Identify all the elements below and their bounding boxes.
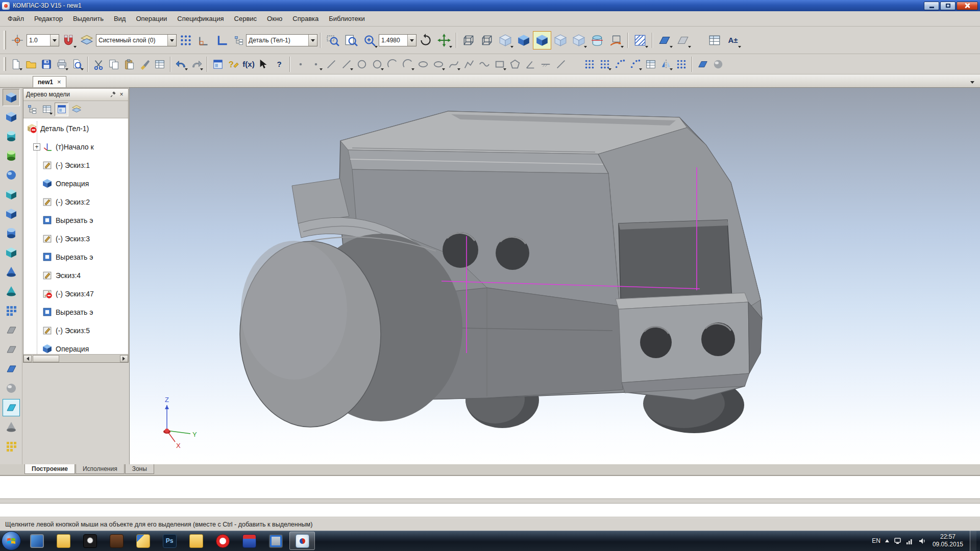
tool-array[interactable] [3, 302, 20, 319]
menu-help[interactable]: Справка [288, 13, 323, 24]
tool-points-array[interactable] [582, 57, 597, 72]
menu-libraries[interactable]: Библиотеки [324, 13, 369, 24]
tree-structure-button[interactable] [25, 103, 39, 116]
tree-item-cut2[interactable]: + Вырезать э [23, 248, 128, 266]
tool-extrude[interactable] [3, 108, 20, 126]
taskbar-app-archive[interactable] [104, 532, 129, 550]
tool-cone[interactable] [3, 418, 20, 436]
menu-select[interactable]: Выделить [68, 13, 108, 24]
tool-point-variants[interactable] [308, 57, 324, 72]
tree-compact-button[interactable] [232, 33, 246, 47]
maximize-button[interactable] [940, 2, 955, 10]
dimension-style-button[interactable]: A± [724, 31, 742, 49]
zoom-all-button[interactable] [342, 31, 360, 49]
chevron-down-icon[interactable] [167, 35, 176, 46]
tool-hole[interactable] [3, 224, 20, 242]
zoom-window-button[interactable] [324, 31, 342, 49]
tree-item-sketch5[interactable]: + (-) Эскиз:5 [23, 321, 128, 340]
tool-cut-extrude[interactable] [3, 186, 20, 203]
tool-points-on-curve[interactable] [612, 57, 628, 72]
tool-wave-curve[interactable] [477, 57, 492, 72]
tray-volume-icon[interactable] [918, 537, 926, 545]
tree-item-operation2[interactable]: + Операция [23, 340, 128, 354]
menu-operations[interactable]: Операции [131, 13, 172, 24]
tree-item-sketch47[interactable]: + (-) Эскиз:47 [23, 285, 128, 303]
context-help-button[interactable] [256, 57, 272, 72]
tool-point[interactable] [293, 57, 308, 72]
tree-horizontal-scrollbar[interactable] [23, 354, 128, 362]
snap-settings-button[interactable] [8, 31, 27, 49]
tree-item-sketch2[interactable]: + (-) Эскиз:2 [23, 193, 128, 211]
tray-network-icon[interactable] [906, 537, 914, 545]
cut-button[interactable] [91, 57, 106, 72]
taskbar-app-browser[interactable] [210, 532, 235, 550]
taskbar-app-media-player[interactable] [24, 532, 50, 550]
tool-collections[interactable] [674, 57, 689, 72]
tool-axis[interactable] [3, 321, 20, 339]
chevron-down-icon[interactable] [308, 35, 317, 46]
taskbar-app-documents[interactable] [130, 532, 156, 550]
tool-angle[interactable] [523, 57, 538, 72]
taskbar-app-game[interactable] [77, 532, 103, 550]
menu-service[interactable]: Сервис [230, 13, 262, 24]
show-desktop-button[interactable] [970, 531, 976, 551]
current-part-combo[interactable]: Деталь (Тел-1) [246, 34, 317, 46]
start-button[interactable] [2, 531, 21, 550]
open-button[interactable] [23, 57, 39, 72]
section-display-button[interactable] [631, 31, 649, 49]
scroll-right-icon[interactable] [120, 355, 128, 362]
tool-mirror[interactable] [658, 57, 674, 72]
tool-sphere[interactable] [3, 166, 20, 184]
tab-construction[interactable]: Построение [24, 464, 75, 474]
tool-points-on-curve-variants[interactable] [628, 57, 643, 72]
tool-points-table[interactable] [643, 57, 658, 72]
tree-relations-button[interactable] [69, 103, 83, 116]
current-step-combo[interactable]: 1.0 [27, 34, 59, 46]
hidden-lines-view-button[interactable] [478, 31, 496, 49]
print-button[interactable] [54, 57, 69, 72]
layers-button[interactable] [78, 31, 96, 49]
tool-polygon[interactable] [507, 57, 523, 72]
zoom-scale-combo[interactable]: 1.4980 [379, 34, 416, 46]
scrollbar-thumb[interactable] [33, 355, 59, 362]
wireframe-view-button[interactable] [459, 31, 478, 49]
tool-arc[interactable] [385, 57, 400, 72]
copy-properties-button[interactable] [137, 57, 152, 72]
menu-file[interactable]: Файл [3, 13, 29, 24]
tool-measure[interactable] [3, 438, 20, 455]
tree-item-sketch4[interactable]: + Эскиз:4 [23, 266, 128, 285]
chevron-down-icon[interactable] [50, 35, 59, 46]
display-modes-button[interactable] [570, 31, 588, 49]
tree-item-operation1[interactable]: + Операция [23, 174, 128, 193]
measure-3d-button[interactable] [695, 57, 710, 72]
taskbar-app-photoshop[interactable]: Ps [157, 532, 182, 550]
help-button[interactable]: ? [272, 57, 287, 72]
plane-display-button[interactable] [674, 31, 692, 49]
current-layer-combo[interactable]: Системный слой (0) [96, 34, 177, 46]
chevron-down-icon[interactable] [407, 35, 416, 46]
language-indicator[interactable]: EN [872, 537, 880, 544]
tool-circle[interactable] [354, 57, 370, 72]
tree-item-part[interactable]: + Деталь (Тел-1) [23, 119, 128, 138]
local-csys-button[interactable] [213, 31, 232, 49]
taskbar-clock[interactable]: 22:57 09.05.2015 [933, 533, 963, 548]
surface-display-button[interactable] [655, 31, 674, 49]
tool-edit-part[interactable] [3, 89, 20, 106]
tool-ellipse-variants[interactable] [431, 57, 446, 72]
expander-icon[interactable]: + [33, 143, 40, 151]
tool-auxiliary-line[interactable] [324, 57, 339, 72]
tab-zones[interactable]: Зоны [125, 464, 154, 474]
tab-versions[interactable]: Исполнения [76, 464, 125, 474]
tool-sketch-plane[interactable] [3, 399, 20, 416]
tool-shell[interactable] [3, 244, 20, 261]
tool-segment[interactable] [553, 57, 569, 72]
tree-item-sketch1[interactable]: + (-) Эскиз:1 [23, 156, 128, 174]
taskbar-app-kompas[interactable] [289, 532, 315, 550]
toolbar-grip[interactable] [4, 57, 6, 71]
taskbar-app-kompas-doc[interactable] [236, 532, 262, 550]
minimize-button[interactable] [924, 2, 939, 10]
taskbar-app-explorer[interactable] [51, 532, 76, 550]
macro-button[interactable] [710, 57, 726, 72]
menu-specification[interactable]: Спецификация [173, 13, 228, 24]
ortho-mode-button[interactable] [195, 31, 213, 49]
